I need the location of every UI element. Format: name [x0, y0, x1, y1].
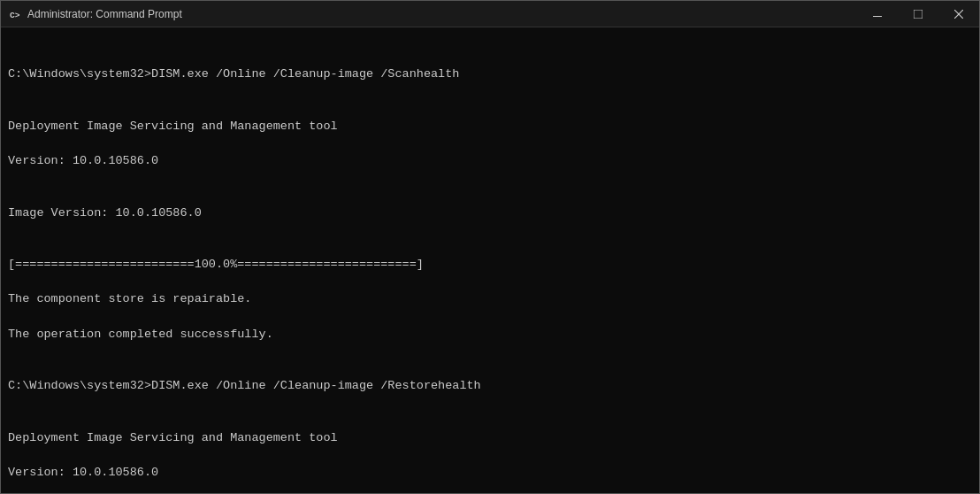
terminal-line: C:\Windows\system32>DISM.exe /Online /Cl… [8, 377, 972, 395]
terminal-line: Deployment Image Servicing and Managemen… [8, 429, 972, 447]
terminal-line [8, 187, 972, 205]
terminal-line [8, 412, 972, 429]
terminal-output[interactable]: C:\Windows\system32>DISM.exe /Online /Cl… [1, 27, 979, 493]
minimize-button[interactable] [857, 1, 898, 27]
terminal-line: Image Version: 10.0.10586.0 [8, 205, 972, 222]
close-button[interactable] [938, 1, 979, 27]
terminal-line: The operation completed successfully. [8, 326, 972, 343]
terminal-line: Version: 10.0.10586.0 [8, 464, 972, 482]
svg-rect-3 [914, 10, 923, 19]
terminal-line [8, 100, 972, 118]
terminal-line: [=========================100.0%========… [8, 256, 972, 274]
terminal-line: C:\Windows\system32>DISM.exe /Online /Cl… [8, 66, 972, 83]
cmd-window: C> Administrator: Command Prompt [0, 0, 980, 494]
terminal-line: Deployment Image Servicing and Managemen… [8, 118, 972, 135]
cmd-icon: C> [8, 7, 22, 21]
terminal-line [8, 239, 972, 257]
terminal-line: The component store is repairable. [8, 290, 972, 308]
title-bar-left: C> Administrator: Command Prompt [8, 7, 182, 21]
window-title: Administrator: Command Prompt [27, 8, 182, 20]
title-bar: C> Administrator: Command Prompt [1, 1, 979, 27]
restore-button[interactable] [898, 1, 938, 27]
terminal-line: Version: 10.0.10586.0 [8, 152, 972, 170]
terminal-line [8, 360, 972, 378]
svg-text:C>: C> [10, 11, 20, 20]
svg-rect-2 [873, 16, 882, 17]
title-bar-controls [857, 1, 979, 27]
